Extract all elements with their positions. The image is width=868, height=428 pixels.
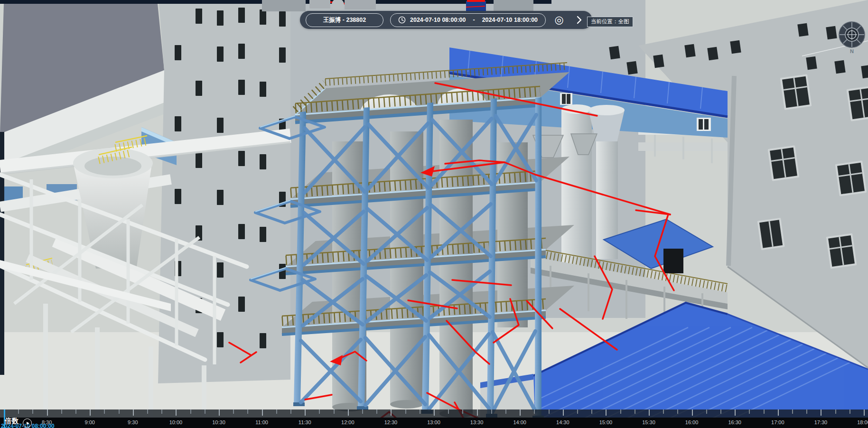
time-end: 2024-07-10 18:00:00	[482, 17, 538, 23]
timeline-major-tick	[348, 409, 349, 416]
timeline-major-tick	[606, 409, 607, 416]
timeline-minor-tick	[32, 409, 33, 414]
time-start: 2024-07-10 08:00:00	[410, 17, 466, 23]
location-badge: 当前位置：全图	[587, 17, 633, 27]
dark-doorway	[663, 249, 683, 273]
playback-controls: 2024-07-10 08:00:00 倍数	[0, 418, 142, 428]
timeline-minor-tick	[806, 409, 807, 414]
timeline-time-label: 16:00	[685, 419, 699, 425]
timeline-minor-tick	[749, 409, 750, 414]
timeline-minor-tick	[119, 409, 120, 414]
timeline-major-tick	[133, 409, 134, 416]
chevron-right-icon	[574, 15, 584, 25]
timeline-major-tick	[90, 409, 91, 416]
compass-widget[interactable]: N	[837, 21, 867, 55]
time-separator: -	[470, 17, 477, 23]
timeline-major-tick	[305, 409, 306, 416]
timeline-minor-tick	[161, 409, 162, 414]
timeline-minor-tick	[462, 409, 463, 414]
timeline-minor-tick	[505, 409, 506, 414]
timeline-time-label: 12:00	[341, 419, 355, 425]
timeline-time-label: 12:30	[384, 419, 398, 425]
timeline-minor-tick	[663, 409, 664, 414]
timeline-minor-tick	[190, 409, 191, 414]
timeline-major-tick	[821, 409, 821, 416]
expand-button[interactable]	[572, 13, 586, 27]
timeline-minor-tick	[147, 409, 148, 414]
timeline-major-tick	[176, 409, 177, 416]
timeline-minor-tick	[720, 409, 721, 414]
timeline-minor-tick	[61, 409, 62, 414]
timeline-major-tick	[563, 409, 564, 416]
timeline-major-tick	[47, 409, 48, 416]
person-selector[interactable]: 王振博 - 238802	[306, 13, 383, 27]
timeline-time-label: 14:30	[556, 419, 569, 425]
timeline-minor-tick	[835, 409, 836, 414]
timeline-minor-tick	[276, 409, 277, 414]
timeline-time-label: 16:30	[728, 419, 741, 425]
timeline-minor-tick	[104, 409, 105, 414]
timeline-minor-tick	[18, 409, 19, 414]
timeline-time-label: 17:00	[771, 419, 784, 425]
timeline-major-tick	[477, 409, 478, 416]
timeline-minor-tick	[362, 409, 363, 414]
plant-3d-render	[0, 0, 868, 428]
timeline-minor-tick	[376, 409, 377, 414]
scene-3d-viewport[interactable]	[0, 0, 868, 428]
locate-button[interactable]: ◎	[552, 13, 566, 27]
timeline-minor-tick	[448, 409, 449, 414]
timeline-minor-tick	[233, 409, 234, 414]
play-button[interactable]	[23, 419, 32, 428]
timeline-minor-tick	[405, 409, 406, 414]
timeline-minor-tick	[247, 409, 248, 414]
compass-icon	[837, 21, 867, 50]
timeline-time-label: 11:00	[255, 419, 268, 425]
timeline-major-tick	[262, 409, 263, 416]
timeline-minor-tick	[849, 409, 850, 414]
timeline-time-label: 15:30	[642, 419, 655, 425]
timeline-major-tick	[219, 409, 220, 416]
timeline-time-label: 17:30	[814, 419, 828, 425]
timeline-tick-track[interactable]	[0, 409, 868, 418]
timeline-major-tick	[434, 409, 435, 416]
timeline-minor-tick	[319, 409, 320, 414]
timeline-time-label: 14:00	[513, 419, 526, 425]
timeline-minor-tick	[549, 409, 550, 414]
timeline-time-label: 13:00	[427, 419, 440, 425]
time-range-picker[interactable]: 2024-07-10 08:00:00 - 2024-07-10 18:00:0…	[390, 13, 546, 27]
compass-north-label: N	[837, 48, 867, 54]
timeline-major-tick	[864, 409, 865, 416]
timeline-time-label: 13:30	[470, 419, 484, 425]
timeline-major-tick	[778, 409, 779, 416]
timeline-time-label: 15:00	[599, 419, 613, 425]
timeline-minor-tick	[577, 409, 578, 414]
playback-speed-label[interactable]: 倍数	[5, 417, 19, 426]
timeline-minor-tick	[534, 409, 535, 414]
timeline-minor-tick	[591, 409, 592, 414]
location-label: 当前位置：全图	[591, 19, 629, 24]
timeline-major-tick	[520, 409, 521, 416]
timeline-minor-tick	[764, 409, 765, 414]
person-label: 王振博 - 238802	[323, 16, 366, 24]
clock-icon	[398, 16, 406, 24]
timeline-minor-tick	[205, 409, 205, 414]
timeline-minor-tick	[706, 409, 707, 414]
timeline-minor-tick	[677, 409, 678, 414]
timeline-time-label: 10:00	[169, 419, 183, 425]
timeline-time-label: 10:30	[212, 419, 225, 425]
timeline-major-tick	[692, 409, 693, 416]
timeline-major-tick	[391, 409, 392, 416]
timeline-minor-tick	[334, 409, 335, 414]
timeline-minor-tick	[792, 409, 793, 414]
timeline-minor-tick	[620, 409, 621, 414]
timeline-time-label: 18:00	[857, 419, 868, 425]
toolbar: 王振博 - 238802 2024-07-10 08:00:00 - 2024-…	[300, 11, 592, 29]
timeline-minor-tick	[75, 409, 76, 414]
timeline-major-tick	[649, 409, 650, 416]
bullseye-icon: ◎	[554, 15, 563, 25]
timeline-minor-tick	[491, 409, 492, 414]
timeline-time-label: 11:30	[299, 419, 311, 425]
timeline-minor-tick	[635, 409, 635, 414]
timeline-minor-tick	[420, 409, 420, 414]
timeline-minor-tick	[290, 409, 291, 414]
